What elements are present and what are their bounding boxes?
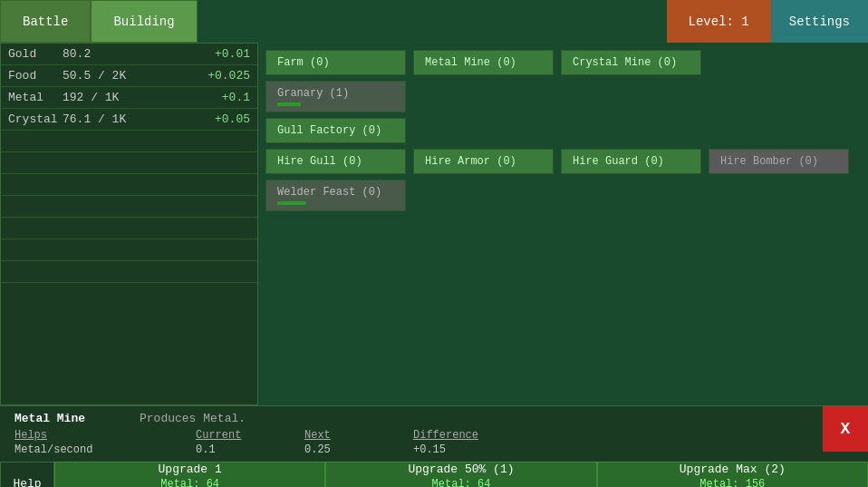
info-title: Metal Mine — [14, 412, 85, 425]
hire-bomber-button[interactable]: Hire Bomber (0) — [709, 149, 849, 174]
metal-mine-button[interactable]: Metal Mine (0) — [413, 50, 554, 75]
resource-row-gold: Gold 80.2 +0.01 — [1, 44, 257, 65]
upgrade-1-button[interactable]: Upgrade 1 Metal: 64 Crystal: 16 — [54, 462, 325, 487]
upgrade-1-metal: Metal: 64 — [160, 478, 219, 487]
granary-progress — [277, 102, 301, 106]
tab-building[interactable]: Building — [91, 0, 197, 43]
settings-label: Settings — [789, 15, 850, 29]
resource-crystal-value: 76.1 / 1K — [63, 112, 196, 126]
resource-row-food: Food 50.5 / 2K +0.025 — [1, 65, 257, 87]
info-description: Produces Metal. — [140, 412, 246, 425]
info-title-row: Metal Mine Produces Metal. — [14, 412, 854, 425]
info-current-header: Current — [196, 429, 304, 442]
resource-food-value: 50.5 / 2K — [63, 69, 196, 83]
granary-button[interactable]: Granary (1) — [265, 81, 406, 112]
crystal-mine-button[interactable]: Crystal Mine (0) — [561, 50, 701, 75]
resource-food-rate: +0.025 — [196, 69, 250, 83]
upgrade-row: Help Upgrade 1 Metal: 64 Crystal: 16 Upg… — [0, 462, 868, 487]
upgrade-50-metal: Metal: 64 — [432, 478, 491, 487]
tab-building-label: Building — [113, 15, 174, 29]
info-helps-header: Helps — [14, 429, 196, 442]
gull-factory-button[interactable]: Gull Factory (0) — [265, 118, 406, 143]
tab-battle[interactable]: Battle — [0, 0, 91, 43]
info-col-label: Helps Metal/second — [14, 429, 196, 456]
welder-feast-button[interactable]: Welder Feast (0) — [265, 180, 406, 211]
info-panel: Metal Mine Produces Metal. Helps Metal/s… — [0, 405, 868, 462]
resource-metal-name: Metal — [8, 91, 63, 104]
building-row-1: Farm (0) Metal Mine (0) Crystal Mine (0) — [265, 50, 861, 75]
resource-empty-1 — [1, 131, 257, 152]
hire-guard-button[interactable]: Hire Guard (0) — [561, 149, 701, 174]
resource-crystal-rate: +0.05 — [196, 112, 250, 126]
info-next-value: 0.25 — [304, 443, 413, 456]
resources-panel: Gold 80.2 +0.01 Food 50.5 / 2K +0.025 Me… — [0, 43, 258, 405]
info-diff-value: +0.15 — [413, 443, 522, 456]
resource-metal-rate: +0.1 — [196, 91, 250, 104]
resource-empty-5 — [1, 218, 257, 239]
resource-gold-value: 80.2 — [63, 47, 196, 61]
resource-gold-rate: +0.01 — [196, 47, 250, 61]
farm-button[interactable]: Farm (0) — [265, 50, 406, 75]
building-row-4: Hire Gull (0) Hire Armor (0) Hire Guard … — [265, 149, 861, 174]
level-badge: Level: 1 — [667, 0, 771, 43]
upgrade-50-label: Upgrade 50% (1) — [408, 463, 514, 476]
welder-feast-progress — [277, 201, 306, 205]
upgrade-max-button[interactable]: Upgrade Max (2) Metal: 156 Crystal: 39 — [597, 462, 868, 487]
resource-row-crystal: Crystal 76.1 / 1K +0.05 — [1, 109, 257, 131]
level-text: Level: 1 — [689, 15, 749, 29]
upgrade-max-label: Upgrade Max (2) — [680, 463, 786, 476]
hire-gull-button[interactable]: Hire Gull (0) — [265, 149, 406, 174]
info-stat-label: Metal/second — [14, 443, 196, 456]
upgrade-1-label: Upgrade 1 — [159, 463, 222, 476]
resource-row-metal: Metal 192 / 1K +0.1 — [1, 87, 257, 109]
info-col-diff: Difference +0.15 — [413, 429, 522, 456]
info-diff-header: Difference — [413, 429, 522, 442]
building-row-3: Gull Factory (0) — [265, 118, 861, 143]
resource-crystal-name: Crystal — [8, 112, 63, 126]
resource-empty-3 — [1, 174, 257, 196]
close-button[interactable]: X — [823, 406, 868, 452]
resource-empty-7 — [1, 261, 257, 283]
tab-battle-label: Battle — [23, 15, 68, 29]
resource-metal-value: 192 / 1K — [63, 91, 196, 104]
help-button[interactable]: Help — [0, 462, 54, 487]
resource-empty-6 — [1, 239, 257, 261]
upgrade-max-metal: Metal: 156 — [699, 478, 765, 487]
resource-empty-4 — [1, 196, 257, 218]
info-current-value: 0.1 — [196, 443, 304, 456]
buildings-panel: Farm (0) Metal Mine (0) Crystal Mine (0)… — [258, 43, 868, 405]
info-next-header: Next — [304, 429, 413, 442]
info-col-current: Current 0.1 — [196, 429, 304, 456]
hire-armor-button[interactable]: Hire Armor (0) — [413, 149, 554, 174]
info-col-next: Next 0.25 — [304, 429, 413, 456]
info-table: Helps Metal/second Current 0.1 Next 0.25… — [14, 429, 854, 456]
upgrade-50-button[interactable]: Upgrade 50% (1) Metal: 64 Crystal: 16 — [325, 462, 596, 487]
resource-empty-2 — [1, 152, 257, 174]
settings-button[interactable]: Settings — [771, 0, 868, 43]
building-row-2: Granary (1) — [265, 81, 861, 112]
resource-food-name: Food — [8, 69, 63, 83]
resource-gold-name: Gold — [8, 47, 63, 61]
building-row-5: Welder Feast (0) — [265, 180, 861, 211]
bottom-section: Metal Mine Produces Metal. Helps Metal/s… — [0, 405, 868, 487]
